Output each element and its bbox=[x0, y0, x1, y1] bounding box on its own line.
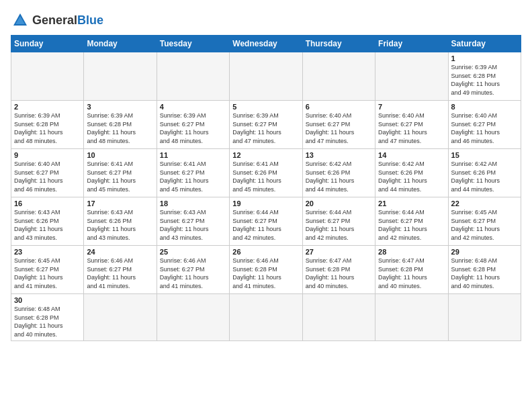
weekday-header-wednesday: Wednesday bbox=[230, 36, 302, 52]
calendar-cell: 11Sunrise: 6:41 AMSunset: 6:27 PMDayligh… bbox=[157, 149, 229, 197]
day-info: Sunrise: 6:39 AMSunset: 6:28 PMDaylight:… bbox=[14, 111, 81, 145]
day-info: Sunrise: 6:43 AMSunset: 6:26 PMDaylight:… bbox=[87, 208, 153, 242]
day-number: 11 bbox=[160, 151, 226, 159]
day-info: Sunrise: 6:42 AMSunset: 6:26 PMDaylight:… bbox=[306, 160, 372, 193]
week-row-2: 2Sunrise: 6:39 AMSunset: 6:28 PMDaylight… bbox=[11, 101, 521, 149]
calendar-cell bbox=[230, 52, 302, 101]
calendar-cell: 8Sunrise: 6:40 AMSunset: 6:27 PMDaylight… bbox=[448, 101, 521, 149]
day-info: Sunrise: 6:47 AMSunset: 6:28 PMDaylight:… bbox=[378, 257, 445, 290]
day-number: 10 bbox=[87, 151, 153, 159]
day-number: 4 bbox=[160, 103, 226, 111]
day-number: 20 bbox=[306, 199, 372, 208]
day-info: Sunrise: 6:46 AMSunset: 6:28 PMDaylight:… bbox=[232, 257, 299, 290]
calendar-cell: 29Sunrise: 6:48 AMSunset: 6:28 PMDayligh… bbox=[448, 246, 521, 294]
calendar-cell: 17Sunrise: 6:43 AMSunset: 6:26 PMDayligh… bbox=[84, 197, 157, 246]
day-number: 15 bbox=[451, 151, 518, 159]
calendar-cell: 25Sunrise: 6:46 AMSunset: 6:27 PMDayligh… bbox=[157, 246, 229, 294]
day-info: Sunrise: 6:41 AMSunset: 6:27 PMDaylight:… bbox=[160, 160, 226, 193]
day-info: Sunrise: 6:39 AMSunset: 6:28 PMDaylight:… bbox=[451, 63, 518, 97]
week-row-1: 1Sunrise: 6:39 AMSunset: 6:28 PMDaylight… bbox=[11, 52, 521, 101]
calendar-cell: 14Sunrise: 6:42 AMSunset: 6:26 PMDayligh… bbox=[375, 149, 448, 197]
day-info: Sunrise: 6:47 AMSunset: 6:28 PMDaylight:… bbox=[306, 257, 372, 290]
weekday-header-monday: Monday bbox=[84, 36, 157, 52]
day-info: Sunrise: 6:42 AMSunset: 6:26 PMDaylight:… bbox=[378, 160, 445, 193]
calendar-cell bbox=[448, 294, 521, 341]
day-number: 8 bbox=[451, 103, 518, 111]
calendar-cell: 27Sunrise: 6:47 AMSunset: 6:28 PMDayligh… bbox=[302, 246, 375, 294]
calendar-cell: 22Sunrise: 6:45 AMSunset: 6:27 PMDayligh… bbox=[448, 197, 521, 246]
calendar-cell: 7Sunrise: 6:40 AMSunset: 6:27 PMDaylight… bbox=[375, 101, 448, 149]
day-info: Sunrise: 6:43 AMSunset: 6:27 PMDaylight:… bbox=[160, 208, 226, 242]
day-number: 29 bbox=[451, 248, 518, 256]
header: GeneralBlue bbox=[11, 11, 521, 30]
calendar-cell bbox=[375, 52, 448, 101]
calendar-cell: 10Sunrise: 6:41 AMSunset: 6:27 PMDayligh… bbox=[84, 149, 157, 197]
day-info: Sunrise: 6:39 AMSunset: 6:27 PMDaylight:… bbox=[232, 111, 299, 145]
day-info: Sunrise: 6:42 AMSunset: 6:26 PMDaylight:… bbox=[451, 160, 518, 193]
day-info: Sunrise: 6:41 AMSunset: 6:27 PMDaylight:… bbox=[87, 160, 153, 193]
calendar-cell: 30Sunrise: 6:48 AMSunset: 6:28 PMDayligh… bbox=[11, 294, 84, 341]
calendar-cell: 1Sunrise: 6:39 AMSunset: 6:28 PMDaylight… bbox=[448, 52, 521, 101]
calendar-cell bbox=[302, 294, 375, 341]
day-number: 12 bbox=[232, 151, 299, 159]
day-number: 9 bbox=[14, 151, 81, 159]
calendar-cell: 28Sunrise: 6:47 AMSunset: 6:28 PMDayligh… bbox=[375, 246, 448, 294]
logo: GeneralBlue bbox=[11, 11, 103, 30]
day-number: 23 bbox=[14, 248, 81, 256]
calendar-cell: 2Sunrise: 6:39 AMSunset: 6:28 PMDaylight… bbox=[11, 101, 84, 149]
calendar-cell: 16Sunrise: 6:43 AMSunset: 6:26 PMDayligh… bbox=[11, 197, 84, 246]
page: GeneralBlue SundayMondayTuesdayWednesday… bbox=[0, 0, 532, 411]
calendar-cell bbox=[157, 294, 229, 341]
week-row-4: 16Sunrise: 6:43 AMSunset: 6:26 PMDayligh… bbox=[11, 197, 521, 246]
weekday-header-saturday: Saturday bbox=[448, 36, 521, 52]
day-info: Sunrise: 6:43 AMSunset: 6:26 PMDaylight:… bbox=[14, 208, 81, 242]
calendar-cell bbox=[11, 52, 84, 101]
day-number: 14 bbox=[378, 151, 445, 159]
day-number: 13 bbox=[306, 151, 372, 159]
calendar-cell: 21Sunrise: 6:44 AMSunset: 6:27 PMDayligh… bbox=[375, 197, 448, 246]
weekday-header-friday: Friday bbox=[375, 36, 448, 52]
day-number: 1 bbox=[451, 54, 518, 62]
day-info: Sunrise: 6:48 AMSunset: 6:28 PMDaylight:… bbox=[451, 257, 518, 290]
weekday-header-tuesday: Tuesday bbox=[157, 36, 229, 52]
calendar-cell: 19Sunrise: 6:44 AMSunset: 6:27 PMDayligh… bbox=[230, 197, 302, 246]
weekday-header-row: SundayMondayTuesdayWednesdayThursdayFrid… bbox=[11, 36, 521, 52]
calendar-cell: 4Sunrise: 6:39 AMSunset: 6:27 PMDaylight… bbox=[157, 101, 229, 149]
day-number: 3 bbox=[87, 103, 153, 111]
logo-icon bbox=[11, 11, 30, 30]
day-info: Sunrise: 6:46 AMSunset: 6:27 PMDaylight:… bbox=[160, 257, 226, 290]
calendar-cell: 5Sunrise: 6:39 AMSunset: 6:27 PMDaylight… bbox=[230, 101, 302, 149]
day-number: 7 bbox=[378, 103, 445, 111]
day-number: 5 bbox=[232, 103, 299, 111]
calendar-cell: 6Sunrise: 6:40 AMSunset: 6:27 PMDaylight… bbox=[302, 101, 375, 149]
day-info: Sunrise: 6:40 AMSunset: 6:27 PMDaylight:… bbox=[306, 111, 372, 145]
day-info: Sunrise: 6:40 AMSunset: 6:27 PMDaylight:… bbox=[14, 160, 81, 193]
day-number: 18 bbox=[160, 199, 226, 208]
calendar-cell bbox=[84, 294, 157, 341]
day-number: 24 bbox=[87, 248, 153, 256]
logo-text: GeneralBlue bbox=[32, 14, 103, 27]
calendar-cell: 15Sunrise: 6:42 AMSunset: 6:26 PMDayligh… bbox=[448, 149, 521, 197]
weekday-header-sunday: Sunday bbox=[11, 36, 84, 52]
day-number: 19 bbox=[232, 199, 299, 208]
calendar-cell: 20Sunrise: 6:44 AMSunset: 6:27 PMDayligh… bbox=[302, 197, 375, 246]
day-number: 22 bbox=[451, 199, 518, 208]
day-number: 17 bbox=[87, 199, 153, 208]
day-info: Sunrise: 6:44 AMSunset: 6:27 PMDaylight:… bbox=[232, 208, 299, 242]
logo-general: General bbox=[32, 13, 77, 27]
calendar-cell: 12Sunrise: 6:41 AMSunset: 6:26 PMDayligh… bbox=[230, 149, 302, 197]
calendar-cell bbox=[230, 294, 302, 341]
day-number: 27 bbox=[306, 248, 372, 256]
day-info: Sunrise: 6:40 AMSunset: 6:27 PMDaylight:… bbox=[451, 111, 518, 145]
calendar-cell bbox=[84, 52, 157, 101]
calendar: SundayMondayTuesdayWednesdayThursdayFrid… bbox=[11, 35, 521, 341]
day-number: 30 bbox=[14, 296, 81, 304]
day-info: Sunrise: 6:44 AMSunset: 6:27 PMDaylight:… bbox=[306, 208, 372, 242]
weekday-header-thursday: Thursday bbox=[302, 36, 375, 52]
week-row-3: 9Sunrise: 6:40 AMSunset: 6:27 PMDaylight… bbox=[11, 149, 521, 197]
day-info: Sunrise: 6:45 AMSunset: 6:27 PMDaylight:… bbox=[451, 208, 518, 242]
calendar-cell bbox=[157, 52, 229, 101]
day-info: Sunrise: 6:45 AMSunset: 6:27 PMDaylight:… bbox=[14, 257, 81, 290]
day-info: Sunrise: 6:46 AMSunset: 6:27 PMDaylight:… bbox=[87, 257, 153, 290]
logo-blue: Blue bbox=[77, 13, 103, 27]
